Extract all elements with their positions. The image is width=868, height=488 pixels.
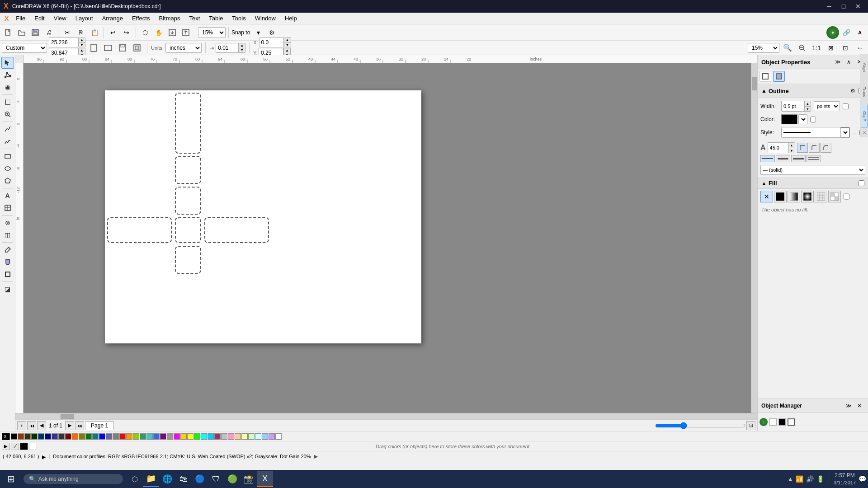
- dashed-box-2[interactable]: [175, 156, 201, 184]
- dashed-box-right[interactable]: [204, 217, 269, 243]
- color-olive[interactable]: [79, 433, 85, 440]
- menu-edit[interactable]: Edit: [30, 13, 49, 24]
- fill-none-btn[interactable]: ✕: [760, 191, 773, 202]
- outline-props-tab[interactable]: [760, 71, 771, 82]
- color-dark-purple[interactable]: [52, 433, 58, 440]
- close-app-button[interactable]: ✕: [852, 0, 864, 13]
- page-size-dropdown[interactable]: CustomLetterA4: [2, 43, 47, 53]
- color-sky-blue[interactable]: [208, 433, 214, 440]
- corner-round-btn[interactable]: [809, 143, 820, 153]
- zoom-100-btn[interactable]: 1:1: [810, 42, 823, 54]
- color-pink[interactable]: [228, 433, 234, 440]
- width-decrease-btn[interactable]: ▼: [78, 42, 85, 47]
- outline-color-swatch[interactable]: [781, 114, 797, 124]
- canvas-viewport[interactable]: [24, 63, 757, 413]
- fill-section-header[interactable]: ▲ Fill: [758, 178, 868, 189]
- color-aqua[interactable]: [201, 433, 207, 440]
- line-double-btn[interactable]: [807, 155, 821, 162]
- outline-section-header[interactable]: ▲ Outline ⚙: [758, 84, 868, 98]
- dashed-box-left[interactable]: [107, 217, 172, 243]
- portrait-btn[interactable]: [87, 42, 100, 54]
- fill-solid-btn[interactable]: [774, 191, 787, 202]
- copy-button[interactable]: ⎘: [75, 26, 87, 39]
- page-props-btn[interactable]: [116, 42, 129, 54]
- prev-page-btn[interactable]: ◀: [37, 421, 46, 430]
- zoom-tool-btn[interactable]: [1, 108, 14, 120]
- cut-button[interactable]: ✂: [61, 26, 74, 39]
- color-peach[interactable]: [235, 433, 241, 440]
- line-round-btn[interactable]: [776, 155, 790, 162]
- line-flat-btn[interactable]: [760, 155, 775, 162]
- shadow-tool-btn[interactable]: ◪: [1, 283, 14, 295]
- palette-options-btn[interactable]: ▶: [2, 443, 10, 450]
- zoom-dropdown[interactable]: 10%15%15%25%50%100%: [198, 27, 226, 38]
- crop-tool-btn[interactable]: [1, 96, 14, 108]
- color-medium-blue[interactable]: [153, 433, 160, 440]
- menu-arrange[interactable]: Arrange: [98, 13, 127, 24]
- fill-checkbox[interactable]: [844, 191, 849, 202]
- color-gold[interactable]: [180, 433, 187, 440]
- color-dark-blue[interactable]: [38, 433, 44, 440]
- menu-file[interactable]: File: [11, 13, 30, 24]
- nudge-input[interactable]: [216, 43, 238, 53]
- x-increase-btn[interactable]: ▲: [284, 38, 291, 42]
- eyedropper-tool-btn[interactable]: [1, 244, 14, 256]
- page-bg-btn[interactable]: [131, 42, 143, 54]
- fill-tool-btn[interactable]: [1, 256, 14, 268]
- save-button[interactable]: [29, 26, 42, 39]
- print-button[interactable]: 🖨: [42, 26, 55, 39]
- polygon-tool-btn[interactable]: [1, 175, 14, 187]
- panel-expand-btn[interactable]: ≫: [833, 57, 843, 67]
- vscroll-thumb[interactable]: [752, 77, 757, 90]
- menu-text[interactable]: Text: [184, 13, 204, 24]
- open-button[interactable]: [15, 26, 28, 39]
- menu-help[interactable]: Help: [280, 13, 302, 24]
- corner-bevel-btn[interactable]: [821, 143, 831, 153]
- taskbar-edge-btn[interactable]: 🌐: [159, 471, 175, 487]
- tray-network-icon[interactable]: 📶: [796, 475, 803, 483]
- import-button[interactable]: [166, 26, 179, 39]
- fill-props-tab[interactable]: [773, 71, 785, 82]
- units-dropdown[interactable]: inchesmmcmpixels: [165, 43, 202, 53]
- color-dark-brown[interactable]: [18, 433, 24, 440]
- redo-button[interactable]: ↪: [120, 26, 133, 39]
- table-tool-btn[interactable]: [1, 202, 14, 214]
- freehand-tool-btn[interactable]: [1, 123, 14, 135]
- welcome-screen-button[interactable]: ●: [826, 26, 839, 39]
- fill-texture-btn[interactable]: [828, 191, 841, 202]
- taskbar-explorer-btn[interactable]: 📁: [143, 471, 159, 487]
- color-white[interactable]: [275, 433, 282, 440]
- color-yellow[interactable]: [187, 433, 193, 440]
- tray-up-arrow[interactable]: ▲: [788, 476, 793, 482]
- outline-color-checkbox[interactable]: [810, 117, 816, 122]
- coords-arrow[interactable]: ▶: [42, 454, 47, 459]
- angle-input[interactable]: [768, 143, 788, 153]
- menu-table[interactable]: Table: [204, 13, 227, 24]
- width-input[interactable]: [49, 38, 78, 47]
- cortana-search[interactable]: 🔍 Ask me anything: [24, 474, 123, 484]
- snap-settings-button[interactable]: ⚙: [265, 26, 278, 39]
- color-yellow-green[interactable]: [133, 433, 139, 440]
- height-increase-btn[interactable]: ▲: [78, 48, 85, 53]
- outline-scale-checkbox[interactable]: [843, 103, 849, 109]
- zoom-in-btn[interactable]: 🔍: [781, 42, 794, 54]
- landscape-btn[interactable]: [102, 42, 114, 54]
- tray-volume-icon[interactable]: 🔊: [806, 475, 814, 483]
- no-color-swatch[interactable]: X: [2, 433, 10, 440]
- panel-collapse-btn[interactable]: ∧: [844, 57, 854, 67]
- coreldraw-logo[interactable]: X: [2, 13, 11, 24]
- color-teal[interactable]: [92, 433, 99, 440]
- ellipse-tool-btn[interactable]: [1, 163, 14, 174]
- dashed-box-1[interactable]: [175, 93, 201, 154]
- pick-tool-btn[interactable]: [1, 57, 14, 69]
- color-blue[interactable]: [99, 433, 105, 440]
- transparency-tool-btn[interactable]: ◫: [1, 229, 14, 241]
- taskbar-store-btn[interactable]: 🛍: [175, 471, 192, 487]
- coreldraw-connect-button[interactable]: 🔗: [840, 26, 853, 39]
- obj-mgr-close-btn[interactable]: ✕: [854, 401, 864, 411]
- minimize-app-button[interactable]: ─: [823, 0, 835, 13]
- outline-tool-btn[interactable]: [1, 268, 14, 280]
- taskbar-app1-btn[interactable]: 🛡: [208, 471, 224, 487]
- color-red[interactable]: [119, 433, 126, 440]
- menu-bitmaps[interactable]: Bitmaps: [154, 13, 184, 24]
